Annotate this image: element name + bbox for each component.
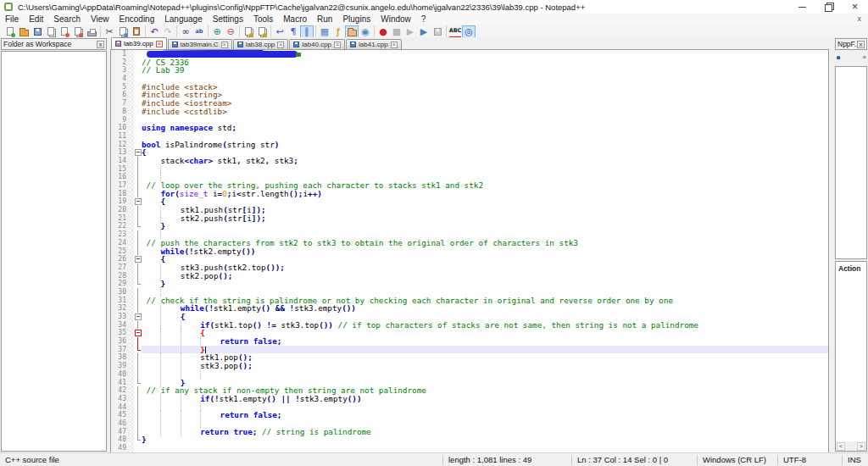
menu-file[interactable]: File [0, 14, 24, 25]
tab-close-icon[interactable]: × [277, 42, 284, 48]
menu-plugins[interactable]: Plugins [337, 14, 376, 25]
line-number[interactable]: 46 [111, 419, 130, 428]
code-line[interactable]: 3// Lab 39 [111, 66, 828, 75]
code-line[interactable]: 28 stk2.pop(); [111, 272, 828, 280]
line-number[interactable]: 1 [111, 50, 130, 58]
menu-settings[interactable]: Settings [208, 14, 248, 25]
code-line[interactable]: 48} [111, 435, 828, 444]
code-line[interactable]: 22 } [111, 222, 828, 230]
line-number[interactable]: 18 [111, 190, 130, 198]
line-number[interactable]: 11 [111, 132, 130, 141]
line-number[interactable]: 21 [111, 214, 130, 223]
nppftp-file-tree[interactable] [835, 66, 867, 259]
code-line[interactable]: 21 stk2.push(str[i]); [111, 214, 828, 223]
menu-search[interactable]: Search [48, 14, 86, 25]
undo-icon[interactable]: ↶ [147, 25, 161, 38]
fold-toggle-icon[interactable] [134, 329, 142, 337]
line-number[interactable]: 13 [111, 148, 130, 157]
line-number[interactable]: 48 [111, 435, 130, 444]
menubar-close-icon[interactable]: x [858, 14, 862, 25]
scroll-left-icon[interactable]: < [837, 442, 845, 451]
code-line[interactable]: 47 return true; // string is palindrome [111, 428, 828, 436]
show-all-characters-icon[interactable]: ¶ [287, 25, 300, 38]
code-line[interactable]: 15 [111, 165, 828, 174]
replace-icon[interactable]: ab [192, 25, 206, 38]
code-line[interactable]: 34 if(stk1.top() != stk3.top()) // if to… [111, 321, 828, 330]
code-line[interactable]: 4 [111, 75, 828, 83]
code-line[interactable]: 12bool isPalindrome(string str) [111, 141, 828, 149]
line-number[interactable]: 7 [111, 99, 130, 108]
menu-encoding[interactable]: Encoding [114, 14, 160, 25]
line-number[interactable]: 47 [111, 428, 130, 436]
save-macro-icon[interactable] [431, 25, 444, 38]
zoom-out-icon[interactable]: ⊖ [224, 25, 237, 38]
cut-icon[interactable]: ✂ [103, 25, 116, 38]
line-number[interactable]: 49 [111, 444, 130, 452]
line-number[interactable]: 3 [111, 66, 130, 75]
line-number[interactable]: 16 [111, 173, 130, 181]
nppftp-toggle-icon[interactable]: ◎ [462, 25, 476, 38]
editor[interactable]: 12// CS 23363// Lab 3945#include <stack>… [110, 49, 829, 452]
fold-toggle-icon[interactable] [134, 313, 142, 321]
menu-run[interactable]: Run [312, 14, 337, 25]
show-indent-guide-icon[interactable]: ∥ [300, 25, 314, 38]
line-number[interactable]: 9 [111, 116, 130, 125]
line-number[interactable]: 35 [111, 329, 130, 337]
stop-macro-icon[interactable]: ■ [390, 25, 403, 38]
line-number[interactable]: 30 [111, 288, 130, 297]
line-number[interactable]: 26 [111, 255, 130, 264]
line-number[interactable]: 43 [111, 395, 130, 403]
line-number[interactable]: 28 [111, 272, 130, 280]
tab-lab38-cpp[interactable]: lab38.cpp× [233, 39, 289, 49]
function-list-icon[interactable]: ƒ [331, 25, 345, 38]
code-line[interactable]: 18 for(size_t i=0;i<str.length();i++) [111, 190, 828, 198]
code-line[interactable]: 36 return false; [111, 337, 828, 346]
line-number[interactable]: 25 [111, 247, 130, 256]
menu-help[interactable]: ? [416, 14, 431, 25]
code-line[interactable]: 49 [111, 444, 828, 452]
run-macro-multiple-icon[interactable]: ▶ [417, 25, 431, 38]
line-number[interactable]: 20 [111, 206, 130, 214]
code-line[interactable]: 2// CS 2336 [111, 58, 828, 67]
fold-toggle-icon[interactable] [134, 255, 142, 264]
code-line[interactable]: 10using namespace std; [111, 124, 828, 132]
close-all-icon[interactable] [71, 25, 85, 38]
menu-edit[interactable]: Edit [24, 14, 48, 25]
folder-as-workspace-icon[interactable] [345, 25, 359, 38]
minimize-button[interactable] [789, 0, 815, 14]
find-icon[interactable]: ∞ [179, 25, 192, 38]
line-number[interactable]: 27 [111, 264, 130, 272]
line-number[interactable]: 2 [111, 58, 130, 67]
line-number[interactable]: 42 [111, 386, 130, 395]
menu-tools[interactable]: Tools [248, 14, 278, 25]
line-number[interactable]: 6 [111, 91, 130, 99]
sync-vertical-scroll-icon[interactable] [242, 25, 255, 38]
line-number[interactable]: 31 [111, 297, 130, 305]
line-number[interactable]: 10 [111, 124, 130, 132]
line-number[interactable]: 5 [111, 83, 130, 92]
line-number[interactable]: 33 [111, 313, 130, 321]
save-file-icon[interactable] [31, 25, 44, 38]
nppftp-close-icon[interactable]: x [857, 41, 865, 48]
line-number[interactable]: 39 [111, 362, 130, 370]
record-macro-icon[interactable]: ● [376, 25, 390, 38]
line-number[interactable]: 17 [111, 181, 130, 190]
code-line[interactable]: 14 stack<char> stk1, stk2, stk3; [111, 157, 828, 165]
menu-language[interactable]: Language [159, 14, 208, 25]
tab-close-icon[interactable]: × [391, 42, 398, 48]
code-line[interactable]: 32 while(!stk1.empty() && !stk3.empty()) [111, 304, 828, 313]
code-line[interactable]: 8#include <cstdlib> [111, 108, 828, 116]
restore-button[interactable] [815, 0, 842, 14]
word-wrap-icon[interactable]: ↩ [273, 25, 287, 38]
document-monitor-icon[interactable]: ◉ [359, 25, 372, 38]
ftp-overflow-icon[interactable]: » [863, 53, 866, 61]
close-file-icon[interactable] [58, 25, 71, 38]
line-number[interactable]: 29 [111, 280, 130, 288]
folder-as-workspace-close-icon[interactable]: x [97, 41, 104, 48]
document-map-icon[interactable]: ▦ [318, 25, 331, 38]
line-number[interactable]: 22 [111, 222, 130, 230]
line-number[interactable]: 24 [111, 239, 130, 247]
line-number[interactable]: 37 [111, 346, 130, 354]
tab-lab39-cpp[interactable]: lab39.cpp× [111, 37, 167, 49]
menu-macro[interactable]: Macro [278, 14, 312, 25]
